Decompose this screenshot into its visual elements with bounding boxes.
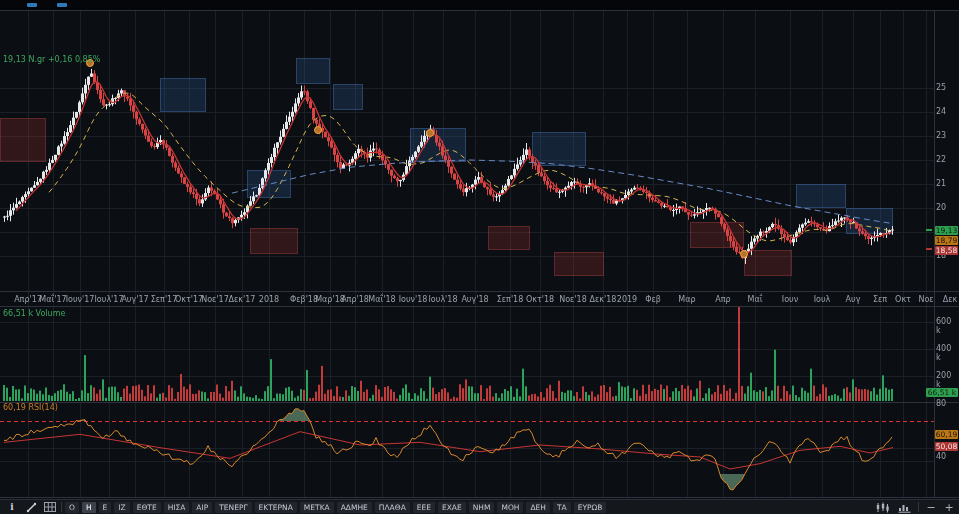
drawing-tool-icon[interactable]	[23, 502, 39, 513]
volume-indicator-icon[interactable]	[896, 502, 912, 513]
x-axis-label: Ιουλ'17	[95, 295, 124, 304]
toolbar-button-ΠΛΑΘΑ[interactable]: ΠΛΑΘΑ	[375, 502, 410, 513]
volume-axis-tag: 66,51 k	[926, 388, 958, 397]
x-axis-label: Απρ	[715, 295, 730, 304]
price-tick-label: 21	[936, 179, 956, 188]
toolbar-button-ΔΕΗ[interactable]: ΔΕΗ	[526, 502, 550, 513]
x-axis-label: Μαΐ'17	[39, 295, 66, 304]
x-axis-label: Μαΐ'18	[368, 295, 395, 304]
axis-mini-dash	[926, 248, 932, 250]
toolbar-button-ΑΔΜΗΕ[interactable]: ΑΔΜΗΕ	[337, 502, 372, 513]
toolbar-button-ΤΑ[interactable]: ΤΑ	[553, 502, 571, 513]
x-axis-label: 2019	[617, 295, 637, 304]
rsi-tick-label: 40	[936, 452, 956, 461]
x-axis-label: Ιουν'18	[399, 295, 428, 304]
zoom-in-button[interactable]: +	[943, 502, 955, 513]
x-axis-label: Δεκ'17	[229, 295, 256, 304]
titlebar-accent-icon	[57, 3, 67, 7]
x-axis-label: Δεκ'18	[590, 295, 617, 304]
price-axis-tag: 18,58	[935, 246, 958, 255]
x-axis-label: Οκτ'18	[526, 295, 554, 304]
toolbar-button-ΕΕΕ[interactable]: ΕΕΕ	[413, 502, 435, 513]
x-axis-label: Φεβ	[645, 295, 661, 304]
symbol-legend: 19,13 N.gr +0,16 0,85%	[3, 55, 100, 64]
price-axis-tag: 18,79	[935, 236, 958, 245]
axis-mini-dash	[926, 229, 932, 231]
rsi-legend: 60,19 RSI(14)	[3, 403, 58, 412]
toolbar-button-Ε[interactable]: Ε	[99, 502, 112, 513]
toolbar-button-ΝΗΜ[interactable]: ΝΗΜ	[469, 502, 495, 513]
toolbar-divider	[61, 502, 62, 512]
volume-pane[interactable]	[0, 307, 934, 402]
rsi-pane[interactable]	[0, 403, 934, 497]
chart-style-icon[interactable]	[874, 502, 890, 513]
x-axis-label: Αυγ	[846, 295, 861, 304]
x-axis-label: Ιουν	[782, 295, 798, 304]
x-axis-label: Αυγ'17	[121, 295, 148, 304]
x-axis-label: Μαρ	[678, 295, 695, 304]
toolbar-button-ΑΙΡ[interactable]: ΑΙΡ	[192, 502, 212, 513]
toolbar-button-ΤΕΝΕΡΓ[interactable]: ΤΕΝΕΡΓ	[215, 502, 251, 513]
toolbar-right-group: − +	[874, 502, 955, 513]
toolbar-button-ΜΟΗ[interactable]: ΜΟΗ	[497, 502, 523, 513]
toolbar-button-ΙΖ[interactable]: ΙΖ	[114, 502, 129, 513]
toolbar-button-ΕΧΑΕ[interactable]: ΕΧΑΕ	[438, 502, 466, 513]
toolbar-button-ΕΥΡΩΒ[interactable]: ΕΥΡΩΒ	[574, 502, 607, 513]
toolbar-divider	[918, 502, 919, 512]
x-axis-label: Νοε	[918, 295, 933, 304]
price-tick-label: 22	[936, 155, 956, 164]
price-tick-label: 25	[936, 83, 956, 92]
rsi-axis-tag: 50,08	[935, 442, 958, 451]
volume-legend: 66,51 k Volume	[3, 309, 65, 318]
toolbar-button-ΕΚΤΕΡΝΑ[interactable]: ΕΚΤΕΡΝΑ	[255, 502, 297, 513]
zoom-out-button[interactable]: −	[925, 502, 937, 513]
x-axis-label: Οκτ	[895, 295, 911, 304]
rsi-tick-label: 80	[936, 399, 956, 408]
x-axis-label: Σεπ'17	[151, 295, 178, 304]
toolbar-button-Η[interactable]: Η	[82, 502, 96, 513]
trading-app-window: 19,13 N.gr +0,16 0,85% 66,51 k Volume 60…	[0, 0, 959, 514]
price-tick-label: 20	[936, 203, 956, 212]
x-axis-label: Απρ'17	[14, 295, 42, 304]
x-axis-label: Σεπ	[873, 295, 887, 304]
grid-view-icon[interactable]	[42, 502, 58, 513]
x-axis-label: Φεβ'18	[290, 295, 318, 304]
toolbar-button-Ο[interactable]: Ο	[65, 502, 79, 513]
x-axis-label: Ιουλ	[814, 295, 831, 304]
bottom-toolbar: i ΟΗΕΙΖΕΘΤΕΗΙΣΑΑΙΡΤΕΝΕΡΓΕΚΤΕΡΝΑΜΕΤΚΑΑΔΜΗ…	[0, 499, 959, 514]
x-axis-label: Οκτ'17	[175, 295, 203, 304]
x-axis-label: Ιουν'17	[66, 295, 95, 304]
x-axis-label: Νοε'17	[201, 295, 229, 304]
info-icon[interactable]: i	[4, 502, 20, 513]
x-axis-label: 2018	[259, 295, 279, 304]
price-tick-label: 23	[936, 131, 956, 140]
volume-tick-label: 400 k	[936, 344, 956, 362]
x-axis-label: Απρ'18	[341, 295, 369, 304]
volume-tick-label: 200 k	[936, 371, 956, 389]
rsi-axis-tag: 60,19	[935, 430, 958, 439]
ticker-button-group: ΟΗΕΙΖΕΘΤΕΗΙΣΑΑΙΡΤΕΝΕΡΓΕΚΤΕΡΝΑΜΕΤΚΑΑΔΜΗΕΠ…	[65, 502, 606, 513]
toolbar-button-ΗΙΣΑ[interactable]: ΗΙΣΑ	[164, 502, 190, 513]
titlebar-accent-icon	[27, 3, 37, 7]
toolbar-button-ΕΘΤΕ[interactable]: ΕΘΤΕ	[133, 502, 161, 513]
price-pane[interactable]	[0, 10, 934, 291]
x-axis-label: Νοε'18	[559, 295, 587, 304]
x-axis-label: Δεκ	[943, 295, 958, 304]
x-axis-label: Σεπ'18	[497, 295, 524, 304]
volume-tick-label: 600 k	[936, 317, 956, 335]
x-axis-label: Μαΐ	[748, 295, 763, 304]
price-tick-label: 24	[936, 107, 956, 116]
x-axis-label: Ιουλ'18	[429, 295, 458, 304]
toolbar-button-ΜΕΤΚΑ[interactable]: ΜΕΤΚΑ	[300, 502, 334, 513]
price-axis-tag: 19,13	[935, 226, 958, 235]
x-axis-label: Αυγ'18	[461, 295, 488, 304]
